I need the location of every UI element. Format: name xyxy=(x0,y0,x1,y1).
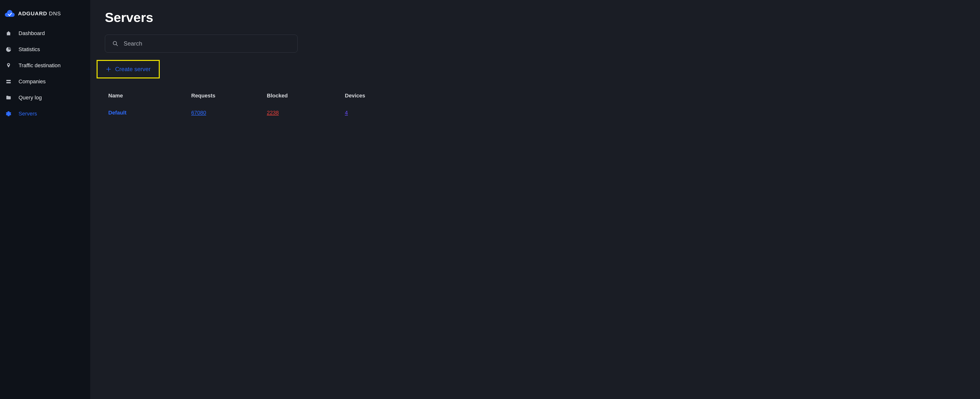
col-blocked: Blocked xyxy=(267,93,345,99)
gear-icon xyxy=(5,111,12,117)
col-name: Name xyxy=(108,93,191,99)
sidebar-item-label: Traffic destination xyxy=(19,62,60,69)
create-server-label: Create server xyxy=(115,66,151,73)
plus-icon xyxy=(106,66,111,72)
home-icon xyxy=(5,30,12,36)
server-name-link[interactable]: Default xyxy=(108,109,191,116)
search-icon xyxy=(113,41,118,46)
table-header: Name Requests Blocked Devices xyxy=(105,89,966,102)
pin-icon xyxy=(5,62,12,69)
brand-thin: DNS xyxy=(47,11,61,17)
folder-icon xyxy=(5,95,12,101)
brand-text: ADGUARD DNS xyxy=(18,11,61,17)
stack-icon xyxy=(5,78,12,85)
search-box[interactable] xyxy=(105,35,298,52)
brand-bold: ADGUARD xyxy=(18,11,47,17)
page-title: Servers xyxy=(105,10,966,25)
brand-logo[interactable]: ADGUARD DNS xyxy=(0,7,90,25)
svg-rect-0 xyxy=(6,80,11,81)
col-devices: Devices xyxy=(345,93,379,99)
main-content: Servers Create server Name Requests Bloc… xyxy=(90,0,980,399)
sidebar-item-dashboard[interactable]: Dashboard xyxy=(0,25,90,41)
sidebar-item-statistics[interactable]: Statistics xyxy=(0,41,90,57)
sidebar-item-servers[interactable]: Servers xyxy=(0,106,90,122)
sidebar-item-companies[interactable]: Companies xyxy=(0,74,90,90)
sidebar-item-query-log[interactable]: Query log xyxy=(0,90,90,106)
sidebar-item-label: Query log xyxy=(19,95,42,101)
server-blocked-link[interactable]: 2238 xyxy=(267,109,279,116)
svg-rect-1 xyxy=(6,82,11,83)
sidebar-item-label: Statistics xyxy=(19,46,40,52)
sidebar: ADGUARD DNS Dashboard Statistics Traffic… xyxy=(0,0,90,399)
sidebar-item-label: Servers xyxy=(19,111,37,117)
cloud-icon xyxy=(5,9,14,18)
sidebar-item-traffic-destination[interactable]: Traffic destination xyxy=(0,57,90,74)
table-row: Default 67080 2238 4 xyxy=(105,106,966,119)
servers-table: Name Requests Blocked Devices Default 67… xyxy=(105,89,966,119)
svg-line-3 xyxy=(116,44,118,46)
server-requests-link[interactable]: 67080 xyxy=(191,109,206,116)
col-requests: Requests xyxy=(191,93,267,99)
search-input[interactable] xyxy=(124,40,290,47)
create-server-button[interactable]: Create server xyxy=(97,60,160,78)
server-devices-link[interactable]: 4 xyxy=(345,109,348,116)
pie-icon xyxy=(5,46,12,52)
sidebar-item-label: Dashboard xyxy=(19,30,45,36)
sidebar-item-label: Companies xyxy=(19,78,46,85)
